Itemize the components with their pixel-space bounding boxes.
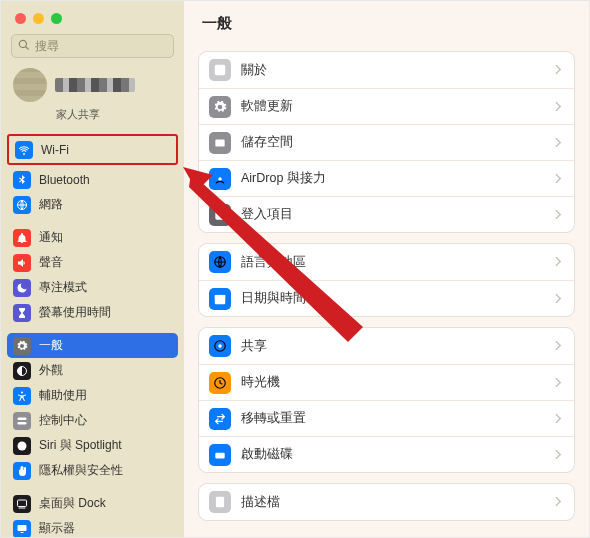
avatar xyxy=(13,68,47,102)
siri-icon xyxy=(13,437,31,455)
sidebar-item-gear[interactable]: 一般 xyxy=(7,333,178,358)
accessibility-icon xyxy=(13,387,31,405)
sidebar-item-bluetooth[interactable]: Bluetooth xyxy=(7,167,178,192)
sidebar-item-siri[interactable]: Siri 與 Spotlight xyxy=(7,433,178,458)
chevron-right-icon xyxy=(555,493,562,511)
settings-panels: 關於軟體更新儲存空間AirDrop 與接力登入項目語言與地區日期與時間共享時光機… xyxy=(184,45,589,531)
sidebar-item-hand[interactable]: 隱私權與安全性 xyxy=(7,458,178,483)
chevron-right-icon xyxy=(555,206,562,224)
gear-icon xyxy=(13,337,31,355)
settings-row-label: 語言與地區 xyxy=(241,254,555,271)
settings-row-profile[interactable]: 描述檔 xyxy=(199,484,574,520)
globe-icon xyxy=(209,251,231,273)
search-container xyxy=(11,34,174,58)
settings-row-label: 啟動磁碟 xyxy=(241,446,555,463)
sidebar-item-label: 一般 xyxy=(39,337,63,354)
settings-row-login-items[interactable]: 登入項目 xyxy=(199,196,574,232)
startup-disk-icon xyxy=(209,444,231,466)
sidebar-item-dock[interactable]: 桌面與 Dock xyxy=(7,491,178,516)
settings-row-label: 移轉或重置 xyxy=(241,410,555,427)
settings-window: 家人共享 Wi-FiBluetooth網路通知聲音專注模式螢幕使用時間一般外觀輔… xyxy=(0,0,590,538)
sidebar-item-label: 螢幕使用時間 xyxy=(39,304,111,321)
settings-group-0: 關於軟體更新儲存空間AirDrop 與接力登入項目 xyxy=(198,51,575,233)
gear-badge-icon xyxy=(209,96,231,118)
sidebar-list: Wi-FiBluetooth網路通知聲音專注模式螢幕使用時間一般外觀輔助使用控制… xyxy=(1,130,184,537)
search-input[interactable] xyxy=(35,39,167,53)
hourglass-icon xyxy=(13,304,31,322)
settings-row-label: 登入項目 xyxy=(241,206,555,223)
chevron-right-icon xyxy=(555,410,562,428)
sidebar-item-network[interactable]: 網路 xyxy=(7,192,178,217)
network-icon xyxy=(13,196,31,214)
apple-id-account[interactable] xyxy=(1,66,184,104)
appearance-icon xyxy=(13,362,31,380)
window-traffic-lights xyxy=(1,1,184,34)
settings-row-label: 軟體更新 xyxy=(241,98,555,115)
sidebar-item-label: 外觀 xyxy=(39,362,63,379)
sidebar-group-separator xyxy=(7,325,178,333)
settings-group-1: 語言與地區日期與時間 xyxy=(198,243,575,317)
settings-row-transfer[interactable]: 移轉或重置 xyxy=(199,400,574,436)
settings-row-calendar[interactable]: 日期與時間 xyxy=(199,280,574,316)
sidebar-item-moon[interactable]: 專注模式 xyxy=(7,275,178,300)
sidebar-item-label: 桌面與 Dock xyxy=(39,495,106,512)
sidebar-item-bell[interactable]: 通知 xyxy=(7,225,178,250)
display-icon xyxy=(13,520,31,538)
close-window-button[interactable] xyxy=(15,13,26,24)
settings-row-disk[interactable]: 儲存空間 xyxy=(199,124,574,160)
settings-row-timemachine[interactable]: 時光機 xyxy=(199,364,574,400)
page-title: 一般 xyxy=(184,1,589,45)
dock-icon xyxy=(13,495,31,513)
moon-icon xyxy=(13,279,31,297)
settings-row-globe[interactable]: 語言與地區 xyxy=(199,244,574,280)
settings-row-airdrop[interactable]: AirDrop 與接力 xyxy=(199,160,574,196)
chevron-right-icon xyxy=(555,61,562,79)
timemachine-icon xyxy=(209,372,231,394)
settings-row-label: 儲存空間 xyxy=(241,134,555,151)
sidebar-item-label: 網路 xyxy=(39,196,63,213)
settings-row-share[interactable]: 共享 xyxy=(199,328,574,364)
sidebar-item-hourglass[interactable]: 螢幕使用時間 xyxy=(7,300,178,325)
sidebar-item-switches[interactable]: 控制中心 xyxy=(7,408,178,433)
hand-icon xyxy=(13,462,31,480)
minimize-window-button[interactable] xyxy=(33,13,44,24)
sidebar-item-wifi[interactable]: Wi-Fi xyxy=(9,137,176,162)
settings-row-label: AirDrop 與接力 xyxy=(241,170,555,187)
sidebar-item-display[interactable]: 顯示器 xyxy=(7,516,178,537)
sidebar-item-label: 專注模式 xyxy=(39,279,87,296)
account-name-obscured xyxy=(55,78,135,92)
sidebar-item-label: 輔助使用 xyxy=(39,387,87,404)
sidebar-item-sound[interactable]: 聲音 xyxy=(7,250,178,275)
sidebar-item-label: 顯示器 xyxy=(39,520,75,537)
sidebar-item-label: Wi-Fi xyxy=(41,143,69,157)
search-icon xyxy=(18,37,30,55)
settings-row-label: 描述檔 xyxy=(241,494,555,511)
zoom-window-button[interactable] xyxy=(51,13,62,24)
sidebar-item-label: 控制中心 xyxy=(39,412,87,429)
settings-group-2: 共享時光機移轉或重置啟動磁碟 xyxy=(198,327,575,473)
share-icon xyxy=(209,335,231,357)
sidebar-item-appearance[interactable]: 外觀 xyxy=(7,358,178,383)
disk-icon xyxy=(209,132,231,154)
sidebar: 家人共享 Wi-FiBluetooth網路通知聲音專注模式螢幕使用時間一般外觀輔… xyxy=(1,1,184,537)
chevron-right-icon xyxy=(555,290,562,308)
bell-icon xyxy=(13,229,31,247)
sidebar-group-separator xyxy=(7,217,178,225)
settings-row-label: 關於 xyxy=(241,62,555,79)
transfer-icon xyxy=(209,408,231,430)
settings-row-startup-disk[interactable]: 啟動磁碟 xyxy=(199,436,574,472)
settings-row-info[interactable]: 關於 xyxy=(199,52,574,88)
settings-row-gear-badge[interactable]: 軟體更新 xyxy=(199,88,574,124)
sidebar-item-label: Bluetooth xyxy=(39,173,90,187)
settings-row-label: 時光機 xyxy=(241,374,555,391)
sidebar-item-label: 隱私權與安全性 xyxy=(39,462,123,479)
profile-icon xyxy=(209,491,231,513)
family-sharing-label[interactable]: 家人共享 xyxy=(1,104,184,130)
search-field-wrapper[interactable] xyxy=(11,34,174,58)
chevron-right-icon xyxy=(555,134,562,152)
chevron-right-icon xyxy=(555,374,562,392)
sidebar-item-accessibility[interactable]: 輔助使用 xyxy=(7,383,178,408)
sidebar-item-label: 聲音 xyxy=(39,254,63,271)
sound-icon xyxy=(13,254,31,272)
wifi-icon xyxy=(15,141,33,159)
